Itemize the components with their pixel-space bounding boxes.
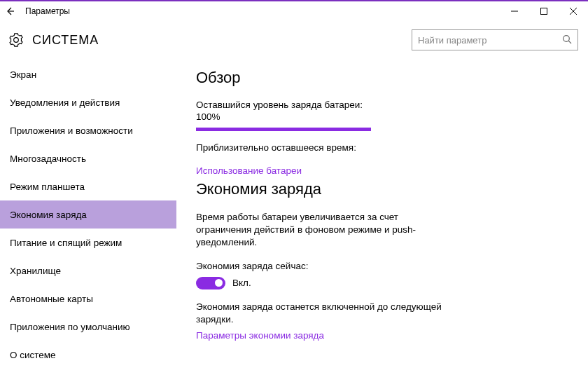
sidebar-item-label: Многозадачность bbox=[10, 154, 86, 164]
sidebar-item-notifications[interactable]: Уведомления и действия bbox=[0, 88, 176, 116]
sidebar-item-label: Экран bbox=[10, 69, 36, 80]
sidebar-item-default-apps[interactable]: Приложения по умолчанию bbox=[0, 313, 176, 341]
saver-description: Время работы батареи увеличивается за сч… bbox=[196, 211, 448, 250]
gear-icon bbox=[8, 32, 24, 48]
sidebar-item-label: Уведомления и действия bbox=[10, 97, 120, 108]
saver-toggle-label: Вкл. bbox=[232, 278, 251, 288]
page-title: СИСТЕМА bbox=[32, 33, 99, 48]
sidebar-item-label: Режим планшета bbox=[10, 182, 85, 192]
sidebar-item-power-sleep[interactable]: Питание и спящий режим bbox=[0, 229, 176, 257]
sidebar-item-multitasking[interactable]: Многозадачность bbox=[0, 144, 176, 172]
close-button[interactable] bbox=[559, 1, 588, 21]
sidebar-item-storage[interactable]: Хранилище bbox=[0, 257, 176, 285]
saver-toggle[interactable] bbox=[196, 277, 225, 289]
sidebar-item-label: Приложения по умолчанию bbox=[10, 322, 130, 332]
sidebar-item-label: Экономия заряда bbox=[10, 210, 87, 220]
search-box[interactable] bbox=[412, 29, 578, 50]
search-icon bbox=[562, 34, 572, 46]
sidebar-item-apps-features[interactable]: Приложения и возможности bbox=[0, 116, 176, 144]
search-input[interactable] bbox=[418, 35, 572, 46]
sidebar-item-tablet-mode[interactable]: Режим планшета bbox=[0, 172, 176, 200]
svg-line-5 bbox=[568, 41, 571, 43]
overview-heading: Обзор bbox=[196, 69, 588, 87]
sidebar-item-about[interactable]: О системе bbox=[0, 341, 176, 368]
sidebar-item-label: Приложения и возможности bbox=[10, 125, 133, 136]
sidebar-item-label: Автономные карты bbox=[10, 294, 93, 304]
svg-rect-1 bbox=[541, 8, 547, 15]
saver-now-label: Экономия заряда сейчас: bbox=[196, 261, 588, 271]
saver-note: Экономия заряда останется включенной до … bbox=[196, 301, 448, 326]
titlebar: Параметры bbox=[0, 1, 588, 21]
maximize-button[interactable] bbox=[529, 1, 559, 21]
saver-settings-link[interactable]: Параметры экономии заряда bbox=[196, 330, 588, 341]
minimize-button[interactable] bbox=[500, 1, 529, 21]
content-pane: Обзор Оставшийся уровень заряда батареи:… bbox=[176, 59, 588, 368]
battery-remaining-value: 100% bbox=[196, 111, 588, 122]
sidebar-item-label: Питание и спящий режим bbox=[10, 238, 122, 248]
back-button[interactable] bbox=[0, 6, 20, 16]
sidebar: Экран Уведомления и действия Приложения … bbox=[0, 59, 176, 368]
battery-usage-link[interactable]: Использование батареи bbox=[196, 165, 588, 176]
window-title: Параметры bbox=[25, 6, 70, 16]
sidebar-item-label: О системе bbox=[10, 350, 56, 360]
sidebar-item-battery-saver[interactable]: Экономия заряда bbox=[0, 200, 176, 229]
time-remaining-label: Приблизительно оставшееся время: bbox=[196, 142, 588, 153]
saver-heading: Экономия заряда bbox=[196, 180, 588, 198]
battery-remaining-label: Оставшийся уровень заряда батареи: bbox=[196, 100, 588, 110]
header: СИСТЕМА bbox=[0, 21, 588, 59]
toggle-knob bbox=[215, 279, 223, 287]
sidebar-item-label: Хранилище bbox=[10, 266, 61, 276]
sidebar-item-display[interactable]: Экран bbox=[0, 60, 176, 88]
sidebar-item-offline-maps[interactable]: Автономные карты bbox=[0, 285, 176, 313]
svg-point-4 bbox=[564, 35, 570, 41]
battery-progress-bar bbox=[196, 128, 371, 131]
